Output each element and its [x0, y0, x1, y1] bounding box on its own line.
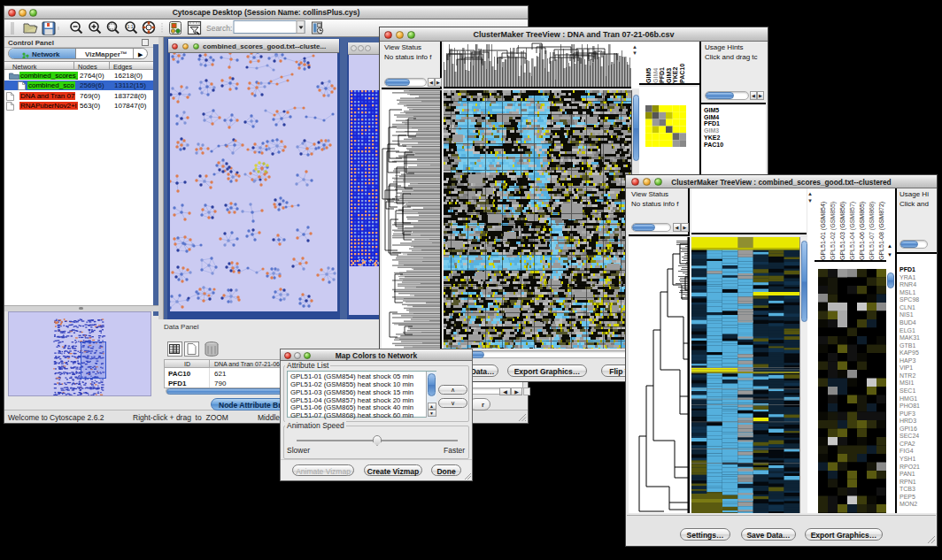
svg-text:Search:: Search:: [206, 24, 232, 33]
svg-text:1:1: 1:1: [127, 24, 134, 29]
